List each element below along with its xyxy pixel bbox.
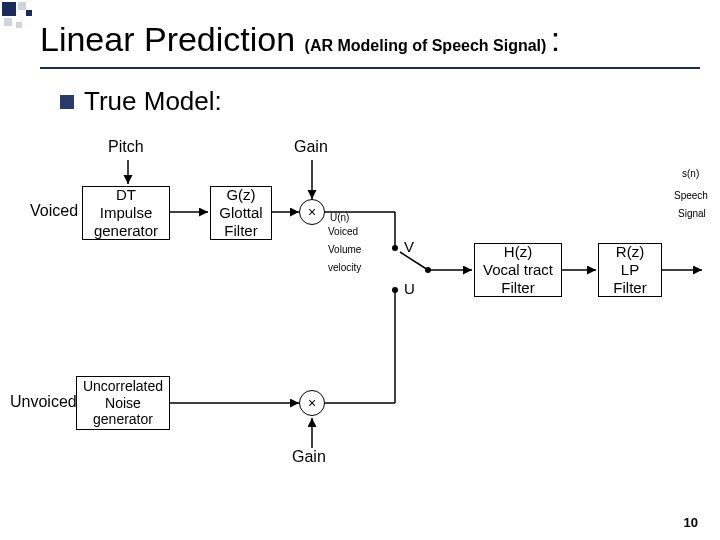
block-line: generator bbox=[94, 222, 158, 240]
block-line: DT bbox=[116, 186, 136, 204]
label-gain-top: Gain bbox=[294, 138, 328, 156]
label-voiced-small: Voiced bbox=[328, 226, 358, 237]
block-line: Filter bbox=[501, 279, 534, 297]
label-volume: Volume bbox=[328, 244, 361, 255]
bullet-item: True Model: bbox=[60, 86, 222, 117]
label-speech: Speech bbox=[674, 190, 708, 201]
label-gain-bottom: Gain bbox=[292, 448, 326, 466]
block-line: Noise bbox=[105, 395, 141, 412]
switch-terminal-u bbox=[392, 287, 398, 293]
label-pitch: Pitch bbox=[108, 138, 144, 156]
block-dt-impulse: DT Impulse generator bbox=[82, 186, 170, 240]
block-line: G(z) bbox=[226, 186, 255, 204]
label-signal: Signal bbox=[678, 208, 706, 219]
title-main: Linear Prediction bbox=[40, 20, 305, 58]
bullet-text: True Model: bbox=[84, 86, 222, 117]
title-subtitle: (AR Modeling of Speech Signal) bbox=[305, 37, 547, 54]
block-vocal-tract: H(z) Vocal tract Filter bbox=[474, 243, 562, 297]
multiplier-bottom: × bbox=[299, 390, 325, 416]
label-sn: s(n) bbox=[682, 168, 699, 179]
block-line: R(z) bbox=[616, 243, 644, 261]
mult-symbol: × bbox=[308, 204, 316, 220]
block-noise: Uncorrelated Noise generator bbox=[76, 376, 170, 430]
mult-symbol: × bbox=[308, 395, 316, 411]
block-line: Vocal tract bbox=[483, 261, 553, 279]
multiplier-top: × bbox=[299, 199, 325, 225]
block-glottal: G(z) Glottal Filter bbox=[210, 186, 272, 240]
title-colon: : bbox=[551, 20, 560, 58]
slide-title: Linear Prediction (AR Modeling of Speech… bbox=[40, 20, 700, 69]
block-line: Impulse bbox=[100, 204, 153, 222]
page-number: 10 bbox=[684, 515, 698, 530]
block-line: Glottal bbox=[219, 204, 262, 222]
block-line: H(z) bbox=[504, 243, 532, 261]
label-u: U bbox=[404, 280, 415, 297]
label-velocity: velocity bbox=[328, 262, 361, 273]
bullet-square-icon bbox=[60, 95, 74, 109]
diagram-wires bbox=[0, 130, 720, 490]
label-un: U(n) bbox=[330, 212, 349, 223]
block-lp-filter: R(z) LP Filter bbox=[598, 243, 662, 297]
block-line: Filter bbox=[613, 279, 646, 297]
label-v: V bbox=[404, 238, 414, 255]
block-line: generator bbox=[93, 411, 153, 428]
block-line: Uncorrelated bbox=[83, 378, 163, 395]
switch-common bbox=[425, 267, 431, 273]
block-diagram: Pitch Gain Voiced Unvoiced Gain U(n) Voi… bbox=[0, 130, 720, 490]
label-unvoiced: Unvoiced bbox=[10, 393, 77, 411]
block-line: LP bbox=[621, 261, 639, 279]
switch-terminal-v bbox=[392, 245, 398, 251]
label-voiced: Voiced bbox=[30, 202, 78, 220]
block-line: Filter bbox=[224, 222, 257, 240]
